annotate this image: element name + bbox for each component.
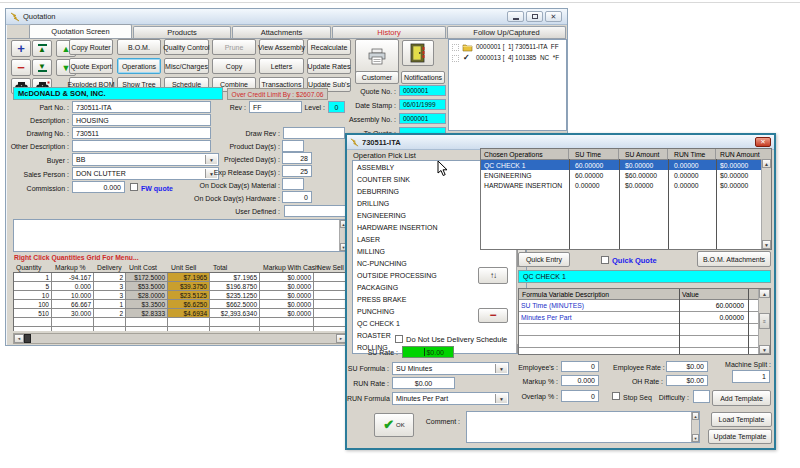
difficulty-field[interactable] [693,390,710,403]
print-button[interactable] [355,39,399,74]
formula-row-empty[interactable] [519,336,770,348]
tab-attachments[interactable]: Attachments [232,26,331,38]
run-formula-combo[interactable]: Minutes Per Part ▼ [392,392,509,405]
chosen-row[interactable]: HARDWARE INSERTION 0.00000 $0.00000 0.00… [481,180,771,190]
chosen-scrollbar[interactable]: ▲ ▼ [761,159,771,249]
user-defined-field[interactable] [284,205,346,217]
scrollbar-thumb[interactable]: ≡ [759,313,770,329]
formula-row[interactable]: Minutes Per Part 0.00000 [519,312,770,324]
quote-export-button[interactable]: Quote Export [69,58,113,74]
scroll-up-icon[interactable]: ▲ [692,412,699,420]
stop-seq-checkbox[interactable] [612,392,620,400]
scroll-up-icon[interactable]: ▲ [762,159,771,168]
chevron-down-icon[interactable]: ▼ [495,394,507,403]
on-dock-material-label: On Dock Day(s) Material : [150,181,280,190]
tree-item-text: 0000013 [ 4] 101385 NC *F [476,54,559,61]
do-not-use-delivery-checkbox[interactable] [395,335,403,343]
recalculate-button[interactable]: Recalculate [307,39,351,55]
column-divider [619,159,620,249]
scroll-down-icon[interactable]: ▼ [759,345,770,354]
exp-release-days-field[interactable]: 25 [282,165,312,177]
scroll-left-icon[interactable]: ◄ [14,334,24,343]
update-rates-button[interactable]: Update Rates [307,58,351,74]
rev-label: Rev : [206,103,246,112]
oh-rate-field[interactable]: $0.00 [666,375,708,386]
description-field[interactable]: HOUSING [72,114,211,126]
copy-button[interactable]: Copy [212,58,256,74]
transfer-button[interactable]: ↑↓ [478,267,508,284]
su-formula-combo[interactable]: SU Minutes ▼ [392,362,509,375]
quick-entry-button[interactable]: Quick Entry [518,252,570,267]
scroll-down-icon[interactable]: ▼ [692,434,699,442]
close-button[interactable]: ✕ [545,11,562,22]
tab-quotation-screen[interactable]: Quotation Screen [29,24,132,38]
remove-button[interactable]: − [11,59,31,76]
employees-field[interactable]: 0 [561,361,599,372]
chevron-down-icon[interactable]: ▼ [495,364,507,373]
su-rate-field[interactable]: $0.00 [402,346,454,358]
formula-row-empty[interactable] [519,324,770,336]
letters-button[interactable]: Letters [259,58,304,74]
tree-expander[interactable] [452,44,459,51]
misc-charges-button[interactable]: Misc/Charges [164,58,209,74]
tab-follow-up-captured[interactable]: Follow Up/Captured [447,26,566,38]
chosen-row[interactable]: ENGINEERING 60.00000 $60.00000 0.00000 $… [481,170,771,180]
scroll-down-icon[interactable]: ▼ [762,240,771,249]
bom-attachments-button[interactable]: B.O.M. Attachments [697,251,771,267]
tab-history[interactable]: History [332,26,446,38]
on-dock-hardware-field[interactable]: 0 [282,191,312,203]
remove-operation-button[interactable]: − [478,308,508,323]
formula-row-empty[interactable] [519,348,770,359]
employee-rate-field[interactable]: $0.00 [666,361,708,372]
markup-field[interactable]: 0.000 [561,375,599,386]
chosen-row selected[interactable]: QC CHECK 1 60.00000 $0.00000 0.00000 $0.… [481,160,771,170]
prune-button[interactable]: Prune [212,39,256,55]
comment-scrollbar[interactable]: ▲ ▼ [691,412,699,442]
notifications-button[interactable]: Notifications [401,71,445,84]
grid-h-scrollbar[interactable]: ◄ ► [13,333,347,344]
folder-icon [462,43,473,52]
machine-split-field[interactable]: 1 [732,370,770,383]
copy-router-button[interactable]: Copy Router [69,39,113,55]
bom-button[interactable]: B.O.M. [117,39,161,55]
view-assembly-button[interactable]: View Assembly [259,39,304,55]
projected-days-field[interactable]: 28 [282,152,312,164]
operations-button[interactable]: Operations [117,58,161,74]
part-no-field[interactable]: 730511-ITA [72,101,211,113]
quick-quote-checkbox[interactable] [601,256,609,264]
formula-scrollbar[interactable]: ▲ ≡ ▼ [758,289,770,354]
move-first-button[interactable]: ▲ [32,40,52,57]
product-days-field[interactable] [282,140,304,152]
pick-list-label: Operation Pick List [353,151,473,160]
notes-box[interactable]: ▲ ▼ [13,219,348,252]
move-last-button[interactable]: ▼ [32,59,52,76]
on-dock-material-field[interactable] [282,178,304,190]
tab-products[interactable]: Products [133,26,231,38]
scrollbar-thumb[interactable] [24,334,31,343]
quality-control-button[interactable]: Quality Control [164,39,209,55]
overlap-field[interactable]: 0 [561,390,599,402]
maximize-button[interactable] [526,11,543,22]
window-title: Quotation [23,12,56,21]
minimize-button[interactable] [507,11,524,22]
run-rate-field[interactable]: $0.00 [392,377,455,389]
customer-button[interactable]: Customer [355,71,399,84]
load-template-button[interactable]: Load Template [711,412,772,427]
pick-list-item[interactable]: PRESS BRAKE [354,294,516,306]
scroll-up-icon[interactable]: ▲ [759,289,770,298]
formula-row[interactable]: SU Time (MINUTES) 60.00000 [519,300,770,312]
commission-field[interactable]: 0.000 [72,181,125,193]
update-template-button[interactable]: Update Template [708,429,772,444]
tree-item[interactable]: ✓ 0000013 [ 4] 101385 NC *F [449,53,566,64]
add-button[interactable]: + [11,40,31,57]
fw-quote-checkbox[interactable] [130,183,138,191]
comment-box[interactable]: ▲ ▼ [466,411,700,443]
dialog-close-button[interactable]: ✕ [755,137,771,147]
tree-item[interactable]: 0000001 [ 1] 730511-ITA FF [449,42,566,53]
exit-button[interactable] [402,40,434,66]
draw-rev-field[interactable] [283,127,345,139]
add-template-button[interactable]: Add Template [712,390,771,406]
minus-icon: − [489,312,496,319]
tree-expander[interactable] [452,55,459,62]
grid-row-empty [14,318,346,327]
